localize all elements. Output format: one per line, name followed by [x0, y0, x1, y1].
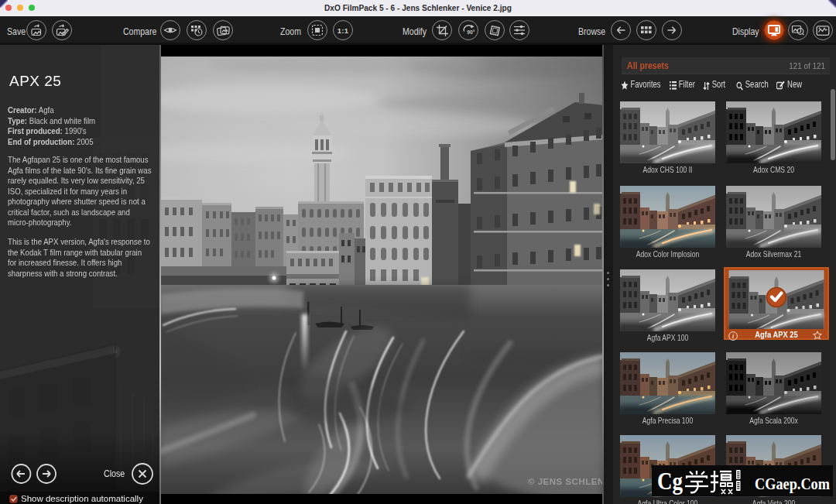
svg-text:Close: Close: [104, 468, 125, 479]
svg-text:Cg: Cg: [657, 467, 683, 495]
svg-text:i: i: [732, 332, 735, 340]
svg-text:CGaep.Com: CGaep.Com: [755, 474, 830, 493]
svg-text:90°: 90°: [467, 29, 475, 35]
svg-text:Show description automatically: Show description automatically: [21, 494, 143, 503]
svg-text:© JENS SCHLENK: © JENS SCHLENK: [528, 477, 604, 486]
